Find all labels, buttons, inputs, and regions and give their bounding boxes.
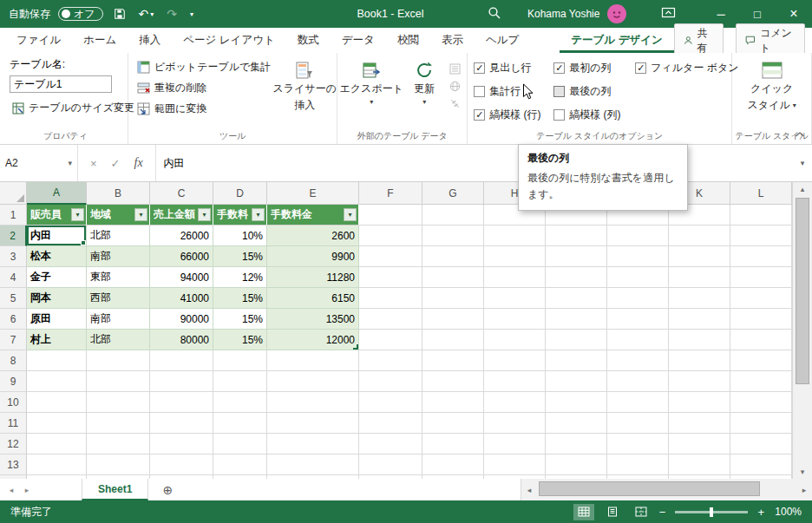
cell-E4[interactable]: 11280 bbox=[267, 267, 359, 288]
account-button[interactable]: Kohama Yoshie bbox=[527, 0, 627, 28]
cell-G10[interactable] bbox=[422, 392, 484, 413]
row-header-7[interactable]: 7 bbox=[0, 330, 27, 350]
row-header-8[interactable]: 8 bbox=[0, 350, 27, 371]
cell-K13[interactable] bbox=[669, 454, 730, 475]
cell-E12[interactable] bbox=[267, 434, 359, 454]
row-header-4[interactable]: 4 bbox=[0, 267, 27, 288]
name-box-dropdown-icon[interactable]: ▾ bbox=[68, 159, 72, 167]
cell-L1[interactable] bbox=[730, 205, 792, 226]
cell-H13[interactable] bbox=[484, 454, 546, 475]
cell-C6[interactable]: 90000 bbox=[150, 309, 213, 330]
zoom-level[interactable]: 100% bbox=[772, 506, 802, 518]
cell-B9[interactable] bbox=[87, 371, 150, 392]
export-button[interactable]: エクスポート ▾ bbox=[344, 57, 399, 129]
cell-F11[interactable] bbox=[359, 413, 422, 434]
cell-B7[interactable]: 北部 bbox=[87, 330, 150, 350]
cell-D5[interactable]: 15% bbox=[213, 288, 267, 309]
cell-A9[interactable] bbox=[27, 371, 87, 392]
cell-J2[interactable] bbox=[607, 226, 669, 246]
column-header-B[interactable]: B bbox=[87, 182, 150, 205]
hscroll-track[interactable] bbox=[537, 479, 796, 500]
resize-table-button[interactable]: テーブルのサイズ変更 bbox=[10, 100, 137, 116]
cell-C7[interactable]: 80000 bbox=[150, 330, 213, 350]
cell-L7[interactable] bbox=[730, 330, 792, 350]
cell-D3[interactable]: 15% bbox=[213, 246, 267, 267]
cell-D10[interactable] bbox=[213, 392, 267, 413]
ribbon-tab[interactable]: ホーム bbox=[72, 28, 128, 53]
cell-J7[interactable] bbox=[607, 330, 669, 350]
search-icon[interactable] bbox=[488, 6, 501, 23]
cell-K12[interactable] bbox=[669, 434, 730, 454]
cell-B4[interactable]: 東部 bbox=[87, 267, 150, 288]
table-resize-handle[interactable] bbox=[353, 344, 358, 350]
cell-C4[interactable]: 94000 bbox=[150, 267, 213, 288]
option-first-column[interactable]: ✓ 最初の列 bbox=[553, 61, 628, 75]
cell-B13[interactable] bbox=[87, 454, 150, 475]
option-last-column[interactable]: ✓ 最後の列 bbox=[553, 84, 628, 99]
row-header-6[interactable]: 6 bbox=[0, 309, 27, 330]
formula-input[interactable]: 内田 bbox=[156, 145, 793, 181]
cell-B1[interactable]: 地域▾ bbox=[87, 205, 150, 226]
row-header-10[interactable]: 10 bbox=[0, 392, 27, 413]
cell-H5[interactable] bbox=[484, 288, 546, 309]
cell-F7[interactable] bbox=[359, 330, 422, 350]
ribbon-tab[interactable]: 挿入 bbox=[128, 28, 172, 53]
cell-J10[interactable] bbox=[607, 392, 669, 413]
cell-K6[interactable] bbox=[669, 309, 730, 330]
ribbon-tab[interactable]: ファイル bbox=[5, 28, 72, 53]
redo-button[interactable]: ↷ bbox=[164, 7, 180, 21]
cell-E5[interactable]: 6150 bbox=[267, 288, 359, 309]
cell-D13[interactable] bbox=[213, 454, 267, 475]
cell-F5[interactable] bbox=[359, 288, 422, 309]
cell-E10[interactable] bbox=[267, 392, 359, 413]
cell-B2[interactable]: 北部 bbox=[87, 226, 150, 246]
cell-L10[interactable] bbox=[730, 392, 792, 413]
cell-J12[interactable] bbox=[607, 434, 669, 454]
cell-B12[interactable] bbox=[87, 434, 150, 454]
sheet-tab-sheet1[interactable]: Sheet1 bbox=[82, 479, 148, 500]
insert-slicer-button[interactable]: スライサーの 挿入 bbox=[278, 57, 331, 129]
vertical-scrollbar[interactable]: ▴ ▾ bbox=[792, 182, 812, 479]
cell-A6[interactable]: 原田 bbox=[27, 309, 87, 330]
cell-E9[interactable] bbox=[267, 371, 359, 392]
ribbon-tab[interactable]: ページ レイアウト bbox=[172, 28, 286, 53]
row-header-3[interactable]: 3 bbox=[0, 246, 27, 267]
vertical-scroll-thumb[interactable] bbox=[796, 198, 809, 384]
horizontal-scroll-thumb[interactable] bbox=[539, 481, 760, 496]
cell-A13[interactable] bbox=[27, 454, 87, 475]
cell-B11[interactable] bbox=[87, 413, 150, 434]
row-header-9[interactable]: 9 bbox=[0, 371, 27, 392]
horizontal-scrollbar[interactable]: ◂ ▸ bbox=[521, 479, 812, 500]
cell-L12[interactable] bbox=[730, 434, 792, 454]
zoom-slider-thumb[interactable] bbox=[710, 507, 713, 517]
cell-E8[interactable] bbox=[267, 350, 359, 371]
quick-styles-button[interactable]: クイック スタイル ▾ bbox=[744, 57, 800, 129]
autosave-toggle[interactable]: オフ bbox=[58, 7, 103, 21]
table-properties-icon[interactable] bbox=[449, 63, 461, 75]
cell-C11[interactable] bbox=[150, 413, 213, 434]
cell-J3[interactable] bbox=[607, 246, 669, 267]
cell-C13[interactable] bbox=[150, 454, 213, 475]
cell-J6[interactable] bbox=[607, 309, 669, 330]
open-in-browser-icon[interactable] bbox=[449, 81, 461, 92]
quick-access-customize-button[interactable]: ▾ bbox=[187, 10, 196, 18]
column-header-E[interactable]: E bbox=[267, 182, 359, 205]
cell-H6[interactable] bbox=[484, 309, 546, 330]
collapse-ribbon-icon[interactable] bbox=[795, 128, 805, 141]
row-header-2[interactable]: 2 bbox=[0, 226, 27, 246]
unlink-icon[interactable] bbox=[449, 98, 461, 109]
ribbon-tab[interactable]: 数式 bbox=[286, 28, 331, 53]
row-header-1[interactable]: 1 bbox=[0, 205, 27, 226]
insert-function-icon[interactable]: fx bbox=[134, 156, 143, 170]
new-sheet-button[interactable]: ⊕ bbox=[157, 479, 178, 500]
column-header-A[interactable]: A bbox=[27, 182, 87, 205]
cell-H2[interactable] bbox=[484, 226, 546, 246]
scroll-up-icon[interactable]: ▴ bbox=[793, 182, 812, 196]
cell-G12[interactable] bbox=[422, 434, 484, 454]
name-box[interactable]: A2 ▾ bbox=[0, 145, 78, 181]
cell-G2[interactable] bbox=[422, 226, 484, 246]
cell-I11[interactable] bbox=[546, 413, 607, 434]
cell-G13[interactable] bbox=[422, 454, 484, 475]
cell-L5[interactable] bbox=[730, 288, 792, 309]
cell-C8[interactable] bbox=[150, 350, 213, 371]
